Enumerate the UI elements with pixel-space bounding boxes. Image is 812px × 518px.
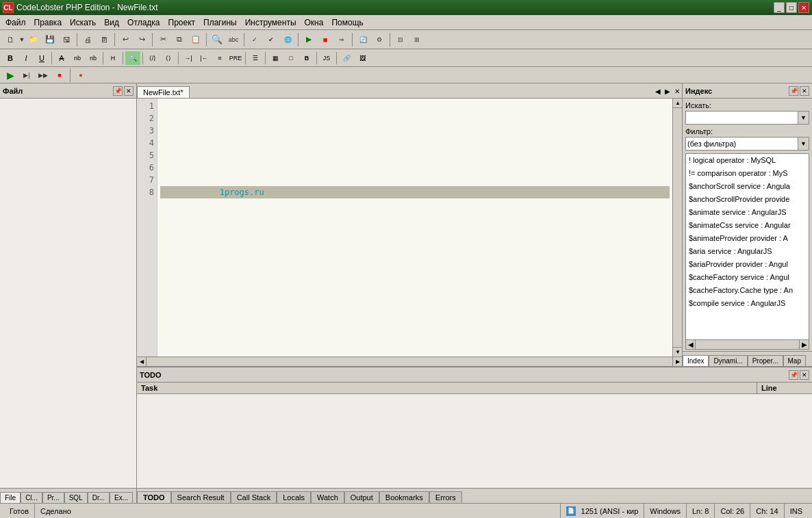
bottom-tab-output[interactable]: Output bbox=[344, 491, 379, 503]
right-tab-map[interactable]: Map bbox=[783, 355, 806, 366]
tb-preview[interactable]: 🖹 bbox=[97, 32, 112, 47]
tb-save[interactable]: 💾 bbox=[42, 32, 58, 47]
tb-new[interactable]: 🗋 bbox=[3, 32, 18, 47]
left-tab-cl[interactable]: Cl... bbox=[21, 492, 42, 503]
tb-paste[interactable]: 📋 bbox=[188, 32, 203, 47]
left-panel-pin[interactable]: 📌 bbox=[113, 86, 123, 96]
dbg-step-over[interactable]: ▶▶ bbox=[36, 68, 51, 83]
index-item-4[interactable]: $animate service : AngularJS bbox=[686, 206, 809, 219]
bottom-tab-bookmarks[interactable]: Bookmarks bbox=[379, 491, 429, 503]
left-panel-close[interactable]: ✕ bbox=[124, 86, 134, 96]
scrollbar-v-up[interactable]: ▲ bbox=[673, 99, 682, 108]
scrollbar-h-right[interactable]: ▶ bbox=[672, 357, 682, 367]
tb-settings[interactable]: ⚙ bbox=[372, 32, 387, 47]
fmt-underline[interactable]: U bbox=[34, 51, 49, 65]
fmt-nb[interactable]: nb bbox=[70, 51, 85, 65]
bottom-panel-pin[interactable]: 📌 bbox=[789, 370, 798, 380]
filter-dropdown-btn[interactable]: ▼ bbox=[798, 138, 809, 150]
index-item-2[interactable]: $anchorScroll service : Angula bbox=[686, 180, 809, 193]
tb-open-arrow[interactable]: ▼ bbox=[19, 32, 25, 47]
fmt-border[interactable]: □ bbox=[283, 51, 299, 65]
tab-close-btn[interactable]: ✕ bbox=[672, 84, 682, 98]
fmt-list[interactable]: ☰ bbox=[248, 51, 263, 65]
right-panel-pin[interactable]: 📌 bbox=[789, 86, 798, 96]
menu-search[interactable]: Искать bbox=[66, 16, 100, 29]
left-tab-pr[interactable]: Pr... bbox=[42, 492, 64, 503]
menu-project[interactable]: Проект bbox=[164, 16, 200, 29]
menu-tools[interactable]: Инструменты bbox=[241, 16, 301, 29]
tb-print[interactable]: 🖨 bbox=[80, 32, 95, 47]
tb-browser[interactable]: 🌐 bbox=[280, 32, 295, 47]
fmt-highlight[interactable]: 🔍 bbox=[125, 51, 140, 65]
fmt-pre[interactable]: PRE bbox=[228, 51, 243, 65]
fmt-js[interactable]: JS bbox=[319, 51, 334, 65]
search-dropdown-btn[interactable]: ▼ bbox=[798, 112, 809, 124]
tb-open[interactable]: 📁 bbox=[26, 32, 41, 47]
menu-plugins[interactable]: Плагины bbox=[199, 16, 241, 29]
menu-windows[interactable]: Окна bbox=[301, 16, 328, 29]
tb-debug-run[interactable]: ▶ bbox=[301, 32, 316, 47]
right-tab-proper[interactable]: Proper... bbox=[748, 355, 783, 366]
tab-next-btn[interactable]: ▶ bbox=[663, 84, 672, 98]
tb-undo[interactable]: ↩ bbox=[118, 32, 133, 47]
fmt-tag-close[interactable]: ⟨/⟩ bbox=[145, 51, 160, 65]
right-tab-index[interactable]: Index bbox=[683, 355, 709, 366]
index-item-7[interactable]: $aria service : AngularJS bbox=[686, 245, 809, 258]
left-tab-ex[interactable]: Ex... bbox=[110, 492, 133, 503]
tb-cut[interactable]: ✂ bbox=[155, 32, 170, 47]
tb-tile-v[interactable]: ⊞ bbox=[409, 32, 424, 47]
left-tab-sql[interactable]: SQL bbox=[64, 492, 88, 503]
bottom-tab-errors[interactable]: Errors bbox=[429, 491, 462, 503]
bottom-tab-todo[interactable]: TODO bbox=[137, 491, 171, 503]
index-scrollbar-h[interactable]: ◀ ▶ bbox=[686, 339, 809, 349]
index-item-9[interactable]: $cacheFactory service : Angul bbox=[686, 271, 809, 284]
fmt-bold2[interactable]: B bbox=[299, 51, 314, 65]
tb-debug-stop[interactable]: ■ bbox=[318, 32, 333, 47]
close-button[interactable]: ✕ bbox=[798, 2, 809, 13]
right-tab-dynami[interactable]: Dynami... bbox=[709, 355, 747, 366]
bottom-tab-call-stack[interactable]: Call Stack bbox=[231, 491, 277, 503]
bottom-panel-close[interactable]: ✕ bbox=[800, 370, 809, 380]
index-h-right-btn[interactable]: ▶ bbox=[799, 340, 809, 350]
fmt-bold[interactable]: B bbox=[3, 51, 18, 65]
fmt-italic[interactable]: I bbox=[18, 51, 34, 65]
maximize-button[interactable]: □ bbox=[786, 2, 797, 13]
menu-file[interactable]: Файл bbox=[1, 16, 30, 29]
fmt-h[interactable]: H bbox=[105, 51, 120, 65]
index-item-5[interactable]: $animateCss service : Angular bbox=[686, 219, 809, 232]
fmt-indent[interactable]: →| bbox=[181, 51, 196, 65]
bottom-tab-watch[interactable]: Watch bbox=[311, 491, 344, 503]
menu-debug[interactable]: Отладка bbox=[123, 16, 164, 29]
fmt-table[interactable]: ▦ bbox=[268, 51, 283, 65]
left-tab-file[interactable]: File bbox=[0, 492, 21, 503]
index-item-1[interactable]: != comparison operator : MyS bbox=[686, 167, 809, 180]
tb-tile-h[interactable]: ⊟ bbox=[393, 32, 408, 47]
scrollbar-h-left[interactable]: ◀ bbox=[137, 357, 147, 367]
left-tab-dr[interactable]: Dr... bbox=[88, 492, 110, 503]
fmt-outdent[interactable]: |← bbox=[196, 51, 212, 65]
fmt-php[interactable]: nb bbox=[86, 51, 101, 65]
index-item-11[interactable]: $compile service : AngularJS bbox=[686, 297, 809, 310]
index-item-10[interactable]: $cacheFactory.Cache type : An bbox=[686, 284, 809, 297]
tb-check-syntax[interactable]: ✓ bbox=[247, 32, 262, 47]
tab-prev-btn[interactable]: ◀ bbox=[653, 84, 663, 98]
index-item-3[interactable]: $anchorScrollProvider provide bbox=[686, 193, 809, 206]
index-h-left-btn[interactable]: ◀ bbox=[686, 340, 696, 350]
fmt-tag-open[interactable]: ⟨⟩ bbox=[161, 51, 176, 65]
index-search-input[interactable] bbox=[686, 112, 798, 124]
fmt-img[interactable]: 🖼 bbox=[355, 51, 370, 65]
dbg-pause[interactable]: ▶| bbox=[19, 68, 34, 83]
menu-help[interactable]: Помощь bbox=[327, 16, 367, 29]
dbg-stop[interactable]: ■ bbox=[52, 68, 67, 83]
tb-save-all[interactable]: 🖫 bbox=[59, 32, 74, 47]
fmt-strikethrough[interactable]: A bbox=[54, 51, 69, 65]
editor-content[interactable]: 1 2 3 4 5 6 7 8 bbox=[137, 99, 682, 357]
scrollbar-v-down[interactable]: ▼ bbox=[673, 347, 682, 357]
index-item-0[interactable]: ! logical operator : MySQL bbox=[686, 154, 809, 167]
editor-scrollbar-v[interactable]: ▲ ▼ bbox=[672, 99, 682, 357]
right-panel-close[interactable]: ✕ bbox=[800, 86, 809, 96]
tb-redo[interactable]: ↪ bbox=[134, 32, 149, 47]
menu-edit[interactable]: Правка bbox=[30, 16, 66, 29]
fmt-link[interactable]: 🔗 bbox=[339, 51, 354, 65]
tb-find[interactable]: 🔍 bbox=[210, 32, 225, 47]
